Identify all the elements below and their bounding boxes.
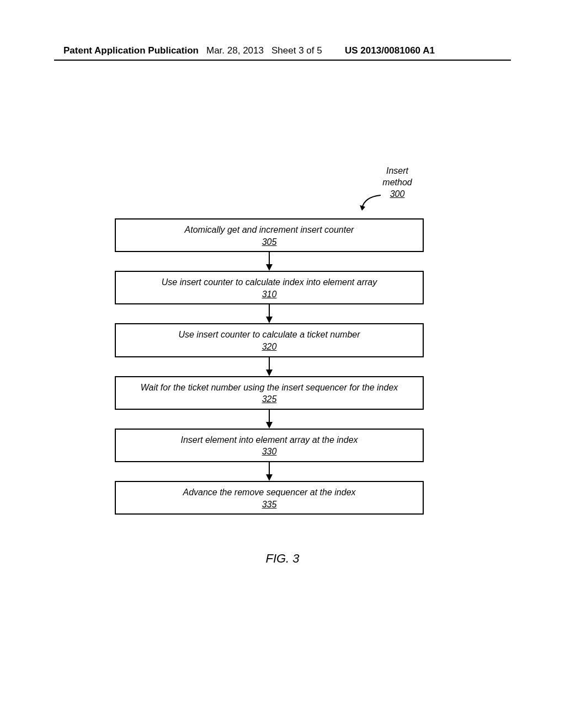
step-text: Atomically get and increment insert coun… <box>122 224 416 236</box>
svg-marker-0 <box>360 205 365 211</box>
step-ref: 330 <box>262 446 277 458</box>
down-arrow-icon <box>115 462 424 481</box>
svg-marker-8 <box>266 422 273 429</box>
step-text: Use insert counter to calculate index in… <box>122 276 416 288</box>
method-label-line2: method <box>375 177 419 189</box>
step-ref: 325 <box>262 393 277 405</box>
step-ref: 305 <box>262 236 277 248</box>
step-text: Wait for the ticket number using the ins… <box>122 382 416 394</box>
svg-marker-4 <box>266 317 273 323</box>
header-publication: Patent Application Publication <box>63 45 199 56</box>
step-text: Advance the remove sequencer at the inde… <box>122 486 416 499</box>
header-date: Mar. 28, 2013 <box>206 45 264 56</box>
step-ref: 335 <box>262 499 277 511</box>
svg-marker-6 <box>266 370 273 376</box>
pointer-arrow <box>359 194 386 211</box>
down-arrow-icon <box>115 304 424 323</box>
down-arrow-icon <box>115 357 424 376</box>
step-ref: 310 <box>262 288 277 301</box>
step-box-320: Use insert counter to calculate a ticket… <box>115 323 424 357</box>
step-box-325: Wait for the ticket number using the ins… <box>115 376 424 410</box>
down-arrow-icon <box>115 252 424 271</box>
down-arrow-icon <box>115 410 424 429</box>
header-sheet: Sheet 3 of 5 <box>271 45 322 56</box>
step-ref: 320 <box>262 341 277 353</box>
svg-marker-10 <box>266 474 273 481</box>
svg-marker-2 <box>266 264 273 271</box>
step-box-330: Insert element into element array at the… <box>115 429 424 462</box>
flowchart: Atomically get and increment insert coun… <box>115 218 424 515</box>
header-pubnum: US 2013/0081060 A1 <box>345 45 435 56</box>
step-box-310: Use insert counter to calculate index in… <box>115 271 424 304</box>
step-box-335: Advance the remove sequencer at the inde… <box>115 481 424 515</box>
step-box-305: Atomically get and increment insert coun… <box>115 218 424 252</box>
step-text: Use insert counter to calculate a ticket… <box>122 329 416 341</box>
figure-caption: FIG. 3 <box>0 552 565 566</box>
header-rule <box>54 60 511 61</box>
method-label-line1: Insert <box>375 165 419 177</box>
step-text: Insert element into element array at the… <box>122 434 416 446</box>
